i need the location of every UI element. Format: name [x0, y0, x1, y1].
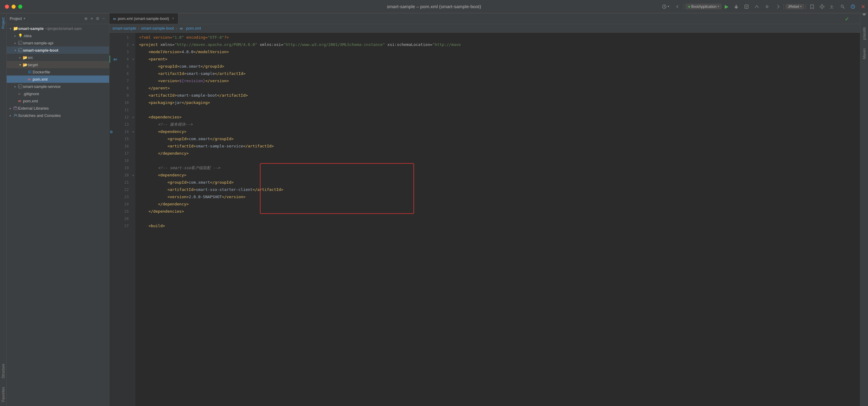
toolbar-right: ▾ ● BootApplication ▾ ▶	[659, 0, 868, 13]
icon-idea: 💡	[18, 33, 23, 38]
checkmark-icon: ✓	[845, 16, 849, 22]
close-button[interactable]	[5, 4, 9, 9]
fg-25	[130, 208, 135, 215]
tree-item-api[interactable]: ▸ M smart-sample-api	[7, 39, 109, 46]
rsidebar-tab-folder[interactable]: 文件夹	[861, 14, 868, 23]
breadcrumb-smart-sample-boot[interactable]: smart-sample-boot	[141, 26, 174, 31]
line-num-9: 9	[110, 92, 130, 99]
tree-item-ext-libs[interactable]: ▸ External Libraries	[7, 104, 109, 112]
line-num-6: 6	[110, 70, 130, 77]
line-num-20: 20	[110, 171, 130, 179]
breadcrumb-smart-sample[interactable]: smart-sample	[113, 26, 136, 31]
svg-rect-10	[822, 7, 823, 9]
line-num-23: 23	[110, 193, 130, 200]
fg-26	[130, 215, 135, 222]
left-tab-favorites[interactable]: Favorites	[0, 383, 7, 406]
label-api: smart-sample-api	[23, 41, 53, 45]
tree-item-dockerfile[interactable]: ▸ D Dockerfile	[7, 68, 109, 75]
fg-15	[130, 135, 135, 143]
tree-item-pom-boot[interactable]: ▸ m pom.xml	[7, 75, 109, 83]
tab-close-button[interactable]: ✕	[172, 17, 175, 21]
translate-icon[interactable]: 文	[828, 3, 837, 10]
maximize-button[interactable]	[18, 4, 22, 9]
tab-pom-xml[interactable]: m pom.xml (smart-sample-boot) ✕	[110, 13, 178, 24]
fg-2[interactable]: ▾	[130, 41, 135, 48]
rsidebar-tab-maven[interactable]: Maven	[861, 44, 868, 63]
svg-text:M: M	[19, 50, 20, 51]
label-gitignore: .gitignore	[23, 92, 39, 96]
editor-wrapper: m pom.xml (smart-sample-boot) ✕ ✓ smart-…	[110, 13, 860, 406]
project-tree: ▾ 📁 smart-sample ~/projects/smart-sam ▸ …	[7, 24, 109, 406]
collapse-icon[interactable]: ≡	[89, 16, 94, 22]
line-gutter: 1 2 3 4 m↑ 5 6 7 8 9 10	[110, 33, 130, 406]
code-line-16: <artifactId>smart-sample-service</artifa…	[135, 143, 860, 150]
line-num-26: 26	[110, 215, 130, 222]
code-line-1: <?xml version="1.0" encoding="UTF-8"?>	[135, 34, 860, 41]
jrebel-dropdown[interactable]: JRebel ▾	[785, 4, 804, 9]
code-line-11	[135, 106, 860, 114]
coverage-button[interactable]	[742, 3, 751, 10]
left-tab-project[interactable]: Project	[0, 13, 7, 33]
tree-item-smart-sample[interactable]: ▾ 📁 smart-sample ~/projects/smart-sam	[7, 25, 109, 32]
line-num-22: 22	[110, 186, 130, 193]
fold-gutter: ▾ ▾ ▾ ▾	[130, 33, 135, 406]
line-num-10: 10	[110, 99, 130, 106]
rsidebar-tab-jclasslib[interactable]: jclasslib	[861, 23, 868, 44]
arrow-src: ▸	[18, 55, 22, 60]
update-button[interactable]	[848, 3, 858, 10]
line-num-17: 17	[110, 150, 130, 157]
bookmark-button[interactable]	[808, 3, 817, 10]
line-num-13: 13	[110, 121, 130, 128]
tree-item-service[interactable]: ▸ M smart-sample-service	[7, 83, 109, 90]
fg-12[interactable]: ▾	[130, 114, 135, 121]
breadcrumb-pom-xml[interactable]: pom.xml	[186, 26, 201, 31]
label-dockerfile: Dockerfile	[33, 70, 50, 74]
run-config-dropdown[interactable]: ● BootApplication ▾	[685, 4, 721, 9]
tree-item-src[interactable]: ▸ 📂 src	[7, 54, 109, 61]
svg-rect-11	[820, 6, 821, 7]
breadcrumb-pom-icon: m	[179, 26, 184, 31]
code-line-17: </dependency>	[135, 150, 860, 157]
tree-item-pom-root[interactable]: ▸ m pom.xml	[7, 97, 109, 104]
fg-11	[130, 106, 135, 114]
tree-item-gitignore[interactable]: ▸ ⊘ .gitignore	[7, 90, 109, 97]
icon-pom-boot: m	[27, 76, 33, 82]
code-line-13: <!-- 服务模块-->	[135, 121, 860, 128]
svg-line-15	[843, 7, 845, 8]
hide-panel-icon[interactable]: −	[101, 16, 106, 22]
line-num-21: 21	[110, 179, 130, 186]
label-pom-boot: pom.xml	[33, 77, 48, 82]
fg-4[interactable]: ▾	[130, 56, 135, 63]
line-num-2: 2	[110, 41, 130, 48]
editor-body: 1 2 3 4 m↑ 5 6 7 8 9 10	[110, 33, 860, 406]
fg-14[interactable]: ▾	[130, 128, 135, 135]
tree-item-boot[interactable]: ▾ M smart-sample-boot	[7, 46, 109, 54]
label-target: target	[28, 63, 38, 67]
svg-rect-12	[823, 6, 824, 7]
run-button[interactable]: ▶	[722, 2, 731, 10]
left-tab-structure[interactable]: Structure	[0, 360, 7, 383]
line-num-27: 27	[110, 222, 130, 229]
locate-icon[interactable]: ⊕	[83, 16, 89, 22]
minimize-button[interactable]	[11, 4, 16, 9]
navigate-back-icon[interactable]	[673, 3, 682, 10]
fg-20[interactable]: ▾	[130, 171, 135, 179]
deploy-button[interactable]	[773, 3, 782, 10]
code-line-18	[135, 157, 860, 164]
icon-api: M	[18, 40, 23, 45]
settings-panel-icon[interactable]: ⚙	[95, 16, 101, 22]
search-button[interactable]	[838, 3, 847, 10]
svg-text:M: M	[19, 86, 20, 88]
tree-item-target[interactable]: ▾ 📂 target	[7, 61, 109, 68]
code-line-26	[135, 215, 860, 222]
build-button[interactable]	[762, 3, 772, 10]
tree-item-scratches[interactable]: ▸ Scratches and Consoles	[7, 112, 109, 119]
code-editor[interactable]: <?xml version="1.0" encoding="UTF-8"?> <…	[135, 33, 860, 406]
title-bar: smart-sample – pom.xml (smart-sample-boo…	[0, 0, 868, 13]
vcs-icon[interactable]: ▾	[659, 3, 672, 10]
help-button[interactable]	[858, 3, 868, 10]
debug-button[interactable]	[732, 3, 741, 10]
profile-button[interactable]	[752, 3, 762, 10]
tree-item-idea[interactable]: ▸ 💡 .idea	[7, 32, 109, 39]
settings-button[interactable]	[817, 3, 827, 10]
